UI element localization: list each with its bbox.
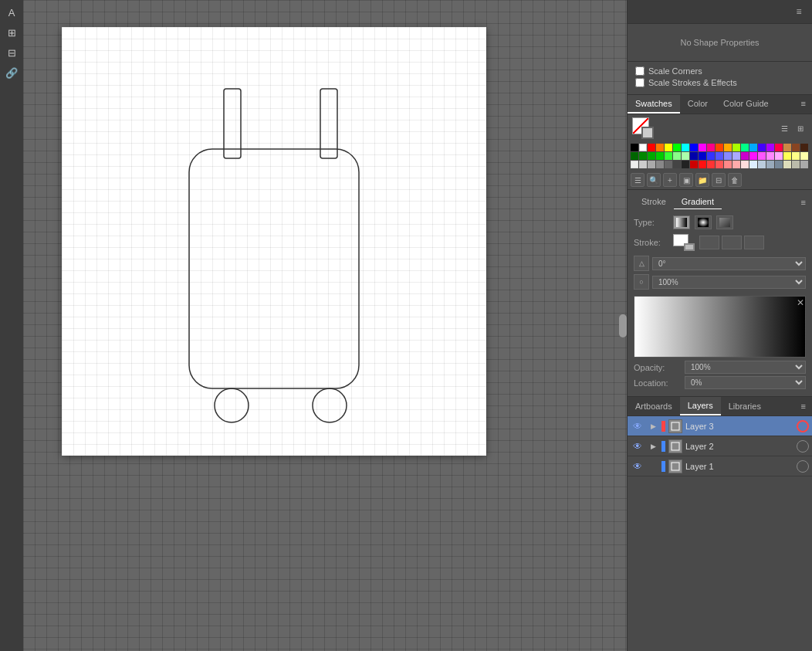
swatch-purple[interactable] [766, 144, 774, 151]
swatch-green[interactable] [673, 144, 681, 151]
swatch-options-btn[interactable]: ⊟ [712, 173, 726, 187]
layer-2-expand[interactable]: ▶ [648, 441, 658, 452]
layer-1-target[interactable] [797, 460, 809, 473]
layer-3-expand[interactable]: ▶ [648, 421, 658, 432]
tab-artboards[interactable]: Artboards [628, 398, 680, 415]
type-btn-radial[interactable] [695, 215, 712, 229]
swatch-dark-red[interactable] [690, 161, 698, 168]
canvas-scroll-handle[interactable] [619, 314, 627, 337]
swatch-light-gray[interactable] [639, 161, 647, 168]
layers-panel-menu[interactable]: ≡ [795, 398, 812, 415]
swatch-near-white[interactable] [631, 161, 638, 168]
swatch-light-pink[interactable] [775, 152, 783, 160]
stroke-align-center[interactable] [699, 236, 719, 249]
swatch-amber[interactable] [724, 144, 732, 151]
layer-row-3[interactable]: 👁 ▶ Layer 3 [628, 416, 812, 436]
tab-color-guide[interactable]: Color Guide [716, 95, 776, 114]
swatch-khaki[interactable] [783, 161, 791, 168]
swatch-dark-gray[interactable] [665, 161, 672, 168]
layer-2-target[interactable] [797, 440, 809, 453]
swatch-steel-blue[interactable] [758, 161, 766, 168]
swatch-blush[interactable] [741, 161, 749, 168]
swatch-spring[interactable] [741, 144, 749, 151]
swatch-light-yellow[interactable] [783, 152, 791, 160]
stroke-align-outside[interactable] [744, 236, 764, 249]
swatch-dark-blue[interactable] [690, 152, 698, 160]
swatch-dark-magenta[interactable] [741, 152, 749, 160]
list-view-btn[interactable]: ☰ [777, 121, 791, 135]
layer-3-target[interactable] [797, 420, 809, 432]
swatch-black[interactable] [631, 144, 638, 151]
tab-layers[interactable]: Layers [680, 397, 721, 415]
swatch-salmon-red[interactable] [707, 161, 715, 168]
swatch-lime[interactable] [732, 144, 740, 151]
swatch-pale-green[interactable] [673, 152, 681, 160]
swatch-lib-btn[interactable]: ▣ [679, 173, 693, 187]
swatch-medium-gray[interactable] [648, 161, 655, 168]
swatch-magenta[interactable] [699, 144, 706, 151]
swatch-pink[interactable] [707, 144, 715, 151]
swatch-bright-green[interactable] [656, 152, 664, 160]
swatch-periwinkle[interactable] [724, 152, 732, 160]
swatch-bright-red[interactable] [699, 161, 706, 168]
location-select[interactable]: 0% 50% 100% [685, 376, 806, 389]
swatch-white[interactable] [639, 144, 647, 151]
swatch-light-green[interactable] [665, 152, 672, 160]
swatch-folder-btn[interactable]: 📁 [695, 173, 709, 187]
grid-tool-btn[interactable]: ⊞ [2, 23, 21, 42]
swatches-panel-menu[interactable]: ≡ [795, 95, 812, 114]
stroke-color-preview[interactable] [673, 234, 695, 251]
swatch-salmon[interactable] [716, 161, 723, 168]
swatch-blue[interactable] [690, 144, 698, 151]
swatch-orange[interactable] [656, 144, 664, 151]
swatch-sepia[interactable] [800, 144, 808, 151]
gradient-bar[interactable] [634, 296, 806, 358]
swatch-sand[interactable] [792, 161, 800, 168]
swatch-crimson[interactable] [775, 144, 783, 151]
swatch-light-salmon[interactable] [724, 161, 732, 168]
aspect-select[interactable]: 100% 50% [652, 276, 806, 289]
text-tool-btn[interactable]: A [2, 3, 21, 22]
swatch-brown[interactable] [783, 144, 791, 151]
swatch-charcoal[interactable] [673, 161, 681, 168]
layer-row-1[interactable]: 👁 Layer 1 [628, 456, 812, 476]
layer-3-visibility[interactable]: 👁 [631, 419, 645, 433]
type-btn-linear[interactable] [673, 215, 690, 229]
swatch-slate-gray[interactable] [775, 161, 783, 168]
swatch-ash[interactable] [800, 161, 808, 168]
swatch-ice-blue[interactable] [749, 161, 757, 168]
tab-color[interactable]: Color [680, 95, 716, 114]
swatch-menu-btn[interactable]: ☰ [631, 173, 645, 187]
swatch-dark-brown[interactable] [792, 144, 800, 151]
stroke-align-inside[interactable] [722, 236, 742, 249]
tab-swatches[interactable]: Swatches [628, 95, 680, 114]
layer-row-2[interactable]: 👁 ▶ Layer 2 [628, 436, 812, 456]
swatch-search-btn[interactable]: 🔍 [647, 173, 661, 187]
swatch-gray[interactable] [656, 161, 664, 168]
swatch-add-btn[interactable]: + [663, 173, 677, 187]
tab-gradient[interactable]: Gradient [674, 195, 722, 209]
swatch-medium-green[interactable] [648, 152, 655, 160]
swatch-lavender[interactable] [732, 152, 740, 160]
swatch-forest[interactable] [639, 152, 647, 160]
swatch-pink-lavender[interactable] [766, 152, 774, 160]
swatch-sky[interactable] [749, 144, 757, 151]
swatch-cream[interactable] [800, 152, 808, 160]
swatch-mint[interactable] [682, 152, 689, 160]
scale-corners-checkbox[interactable] [635, 66, 645, 76]
swatch-yellow[interactable] [665, 144, 672, 151]
swatch-red[interactable] [648, 144, 655, 151]
tab-stroke[interactable]: Stroke [634, 195, 674, 209]
link-tool-btn[interactable]: 🔗 [2, 63, 21, 82]
swatch-red-orange[interactable] [716, 144, 723, 151]
artboard-tool-btn[interactable]: ⊟ [2, 43, 21, 62]
swatch-orchid[interactable] [758, 152, 766, 160]
grid-view-btn[interactable]: ⊞ [793, 121, 807, 135]
swatch-stroke-preview[interactable] [641, 127, 654, 139]
swatch-cyan[interactable] [682, 144, 689, 151]
tab-libraries[interactable]: Libraries [721, 398, 769, 415]
swatch-dark-green[interactable] [631, 152, 638, 160]
type-btn-freeform[interactable] [716, 215, 733, 229]
swatch-delete-btn[interactable]: 🗑 [728, 173, 742, 187]
swatch-rose[interactable] [732, 161, 740, 168]
